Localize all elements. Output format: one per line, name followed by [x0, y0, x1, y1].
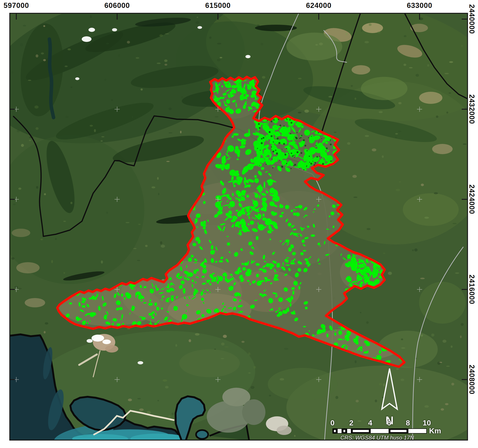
scale-bar-segments	[333, 429, 427, 434]
axis-label-top-5: 633000	[407, 1, 432, 10]
crs-label: CRS: WGS84 UTM huso 17N	[340, 435, 414, 441]
scale-bar-unit: Km	[429, 427, 441, 435]
axis-label-right-4: 2416000	[467, 275, 476, 304]
scale-bar-tick: 8	[406, 419, 410, 427]
scale-bar-tick: 0	[330, 419, 335, 427]
axis-label-right-5: 2408000	[467, 365, 476, 394]
axis-label-right-3: 2424000	[467, 184, 476, 214]
scale-bar-segment	[347, 429, 351, 434]
axis-label-top-1: 597000	[4, 1, 29, 10]
scale-bar-segment	[337, 429, 342, 434]
scale-bar-tick: 6	[387, 419, 391, 427]
scale-bar-tick: 4	[368, 419, 372, 427]
scale-bar-segment	[408, 429, 427, 434]
scale-bar-segment	[351, 429, 370, 434]
axis-label-right-1: 2440000	[467, 4, 476, 34]
map-canvas	[9, 13, 468, 441]
axis-label-top-3: 615000	[205, 1, 231, 10]
axis-label-right-2: 2432000	[467, 94, 476, 124]
lagoon-water-small	[196, 430, 208, 439]
scale-bar-segment	[342, 429, 347, 434]
scale-bar-segment	[370, 429, 389, 434]
scale-bar-tick: 2	[349, 419, 353, 427]
map-figure: 597000 606000 615000 624000 633000 24400…	[0, 0, 478, 448]
scale-bar-segment	[333, 429, 337, 434]
scale-bar-tick: 10	[423, 419, 431, 427]
scale-bar-segment	[389, 429, 408, 434]
axis-label-top-4: 624000	[306, 1, 331, 10]
axis-label-top-2: 606000	[104, 1, 130, 10]
